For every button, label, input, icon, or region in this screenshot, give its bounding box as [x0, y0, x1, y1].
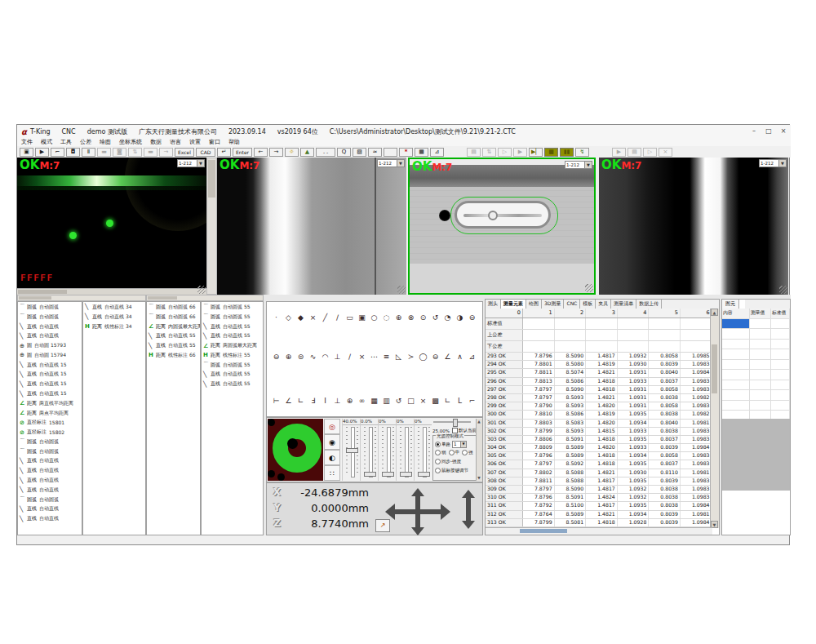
result-row[interactable]: 298 OK7.87978.50931.48211.09310.80381.09… — [486, 394, 712, 402]
menu-item[interactable]: 文件 — [21, 138, 33, 146]
result-row[interactable]: 296 OK7.88138.50861.48181.09330.80371.09… — [486, 378, 712, 386]
toolbar-button[interactable]: ⊿ — [430, 148, 444, 157]
palette-tool-icon[interactable]: × — [356, 351, 368, 362]
results-hscrollbar[interactable] — [486, 527, 712, 535]
menu-item[interactable]: 工具 — [60, 138, 72, 146]
slider-track[interactable] — [405, 427, 409, 477]
palette-tool-icon[interactable]: ○ — [368, 312, 380, 323]
element-row[interactable] — [722, 360, 790, 371]
slider-thumb[interactable] — [364, 472, 376, 477]
element-grid[interactable]: 内容测量值标准值 — [722, 309, 790, 421]
toolbar-button[interactable] — [384, 148, 397, 157]
list-item[interactable]: ╲直线自动直线 — [18, 476, 82, 485]
list-item[interactable]: ╲直线自动直线 55 — [202, 380, 263, 389]
list-item[interactable]: ∠距离两圆弧最大距离 — [202, 341, 263, 350]
toolbar-button[interactable]: ↯ — [575, 148, 589, 157]
palette-tool-icon[interactable]: Ⅰ — [319, 395, 331, 406]
list-item[interactable]: ⌒圆弧自动圆弧 66 — [147, 313, 200, 322]
toolbar-button[interactable]: ▮▮ — [560, 148, 574, 157]
list-item[interactable]: ╲直线自动直线 — [18, 505, 82, 514]
list-item[interactable]: ⌒圆弧自动圆弧 — [18, 303, 82, 312]
element-row[interactable] — [722, 349, 790, 360]
palette-tool-icon[interactable]: ◆ — [295, 312, 307, 323]
palette-tool-icon[interactable]: ∿ — [307, 351, 319, 362]
light-mode-icon[interactable]: ◉ — [324, 434, 340, 450]
result-row[interactable]: 299 OK7.87908.50931.48201.09310.80581.09… — [486, 402, 712, 411]
palette-tool-icon[interactable]: ↺ — [429, 312, 441, 323]
slider-thumb[interactable] — [346, 448, 358, 453]
result-row[interactable]: 311 OK7.87928.51001.48171.09350.80381.09… — [486, 502, 712, 510]
list-item[interactable]: ∠距离两直线平均距离 — [18, 399, 82, 408]
palette-tool-icon[interactable]: ⊕ — [282, 351, 295, 362]
toolbar-button[interactable]: ≈ — [368, 148, 382, 157]
list-item[interactable]: ⌒圆弧自动圆弧 — [18, 447, 82, 456]
slider-thumb[interactable] — [418, 472, 430, 477]
results-tab[interactable]: 3D测量 — [542, 300, 564, 309]
list-item[interactable]: ╲直线自动直线 55 — [202, 332, 263, 341]
result-row[interactable]: 297 OK7.87978.50901.48181.09310.80581.09… — [486, 386, 712, 394]
toolbar-button[interactable]: ▤ — [467, 148, 481, 157]
sync-radio[interactable] — [435, 459, 441, 464]
palette-tool-icon[interactable]: ∧ — [454, 351, 466, 362]
light-ring-control[interactable] — [268, 419, 323, 481]
palette-tool-icon[interactable]: ╱ — [319, 312, 331, 323]
list-item[interactable]: ╲直线自动直线 55 — [202, 371, 263, 380]
result-row[interactable]: 305 OK7.87968.50891.48181.09340.80581.09… — [486, 452, 712, 460]
palette-tool-icon[interactable]: ▭ — [344, 312, 356, 323]
list-item[interactable]: ╲直线自动直线 — [18, 457, 82, 466]
list-item[interactable]: ∠距离内圆弧最大距离 — [147, 322, 200, 331]
slider-track[interactable] — [423, 427, 427, 477]
camera2-resize-grip[interactable] — [397, 286, 406, 294]
menu-item[interactable]: 坐标系统 — [119, 138, 142, 146]
zoom-slider[interactable] — [433, 421, 471, 423]
camera1-scrollbar[interactable] — [17, 288, 206, 295]
toolbar-button[interactable]: Ⅱ — [82, 148, 95, 157]
result-row[interactable]: 306 OK7.87978.50921.48181.09350.80371.09… — [486, 460, 712, 469]
palette-tool-icon[interactable]: ⋯ — [368, 351, 380, 362]
palette-tool-icon[interactable]: ⊖ — [270, 351, 282, 362]
toolbar-button[interactable]: ▬ — [97, 148, 111, 157]
list-item[interactable]: ╲直线自动直线 — [18, 486, 82, 495]
xy-jog-pad[interactable] — [385, 501, 450, 522]
list-item[interactable]: ╲直线自动直线 — [18, 332, 82, 341]
palette-tool-icon[interactable]: ↺ — [392, 395, 405, 406]
list-item[interactable]: ⌒圆弧自动圆弧 — [18, 313, 82, 322]
result-row[interactable]: 304 OK7.88098.50891.48201.09330.80391.09… — [486, 444, 712, 452]
results-vscrollbar[interactable]: ▲ ▼ — [710, 309, 719, 528]
palette-tool-icon[interactable]: × — [307, 312, 319, 323]
list-item[interactable]: ╲直线自动直线 15 — [18, 371, 82, 380]
list-item[interactable]: ⊕圆自动圆 15793 — [18, 341, 82, 350]
toolbar-button[interactable]: ▶ — [35, 148, 49, 157]
palette-tool-icon[interactable]: ▣ — [356, 312, 368, 323]
palette-tool-icon[interactable]: ◑ — [454, 312, 466, 323]
camera1-lens-selector[interactable]: 1-212▼ — [177, 159, 205, 167]
menu-item[interactable]: 绘图 — [100, 138, 111, 146]
toolbar-button[interactable]: ↵ — [217, 148, 231, 157]
channel-radio[interactable] — [435, 442, 441, 447]
toolbar-button[interactable]: ■ — [544, 148, 558, 157]
options-scrollbar[interactable]: ▲▼ — [476, 419, 482, 481]
level-radio[interactable] — [462, 450, 468, 455]
toolbar-button[interactable]: × — [659, 148, 672, 157]
palette-tool-icon[interactable]: ⊕ — [344, 395, 356, 406]
list-item[interactable]: ╲直线自动直线 15 — [18, 380, 82, 389]
light-slider[interactable]: 0% — [378, 419, 396, 481]
toolbar-button[interactable]: ⇅ — [482, 148, 496, 157]
result-row[interactable]: 300 OK7.88108.50861.48191.09350.80381.09… — [486, 411, 712, 419]
toolbar-button[interactable]: ◙ — [113, 148, 126, 157]
list-item[interactable]: ╲直线自动直线 34 — [83, 313, 145, 322]
result-row[interactable]: 309 OK7.87978.50901.48171.09320.80381.09… — [486, 486, 712, 494]
palette-tool-icon[interactable]: ≡ — [380, 351, 392, 362]
toolbar-button[interactable]: ← — [254, 148, 268, 157]
list-item[interactable]: ⌒圆弧自动圆弧 66 — [147, 303, 200, 312]
toolbar-button[interactable]: → — [269, 148, 283, 157]
list-item[interactable]: ╲直线自动直线 15 — [18, 389, 82, 398]
element-row[interactable] — [722, 401, 790, 411]
toolbar-button[interactable]: ▤ — [628, 148, 641, 157]
list-item[interactable]: ╲直线自动直线 34 — [83, 303, 145, 312]
palette-tool-icon[interactable]: ⊥ — [331, 395, 344, 406]
result-row[interactable]: 312 OK7.87648.50891.48211.09340.80391.09… — [486, 511, 712, 519]
result-row[interactable]: 310 OK7.87968.50911.48241.09320.80381.09… — [486, 494, 712, 502]
list-item[interactable]: ╲直线自动直线 55 — [147, 332, 200, 341]
minimize-button[interactable]: – — [747, 126, 761, 137]
